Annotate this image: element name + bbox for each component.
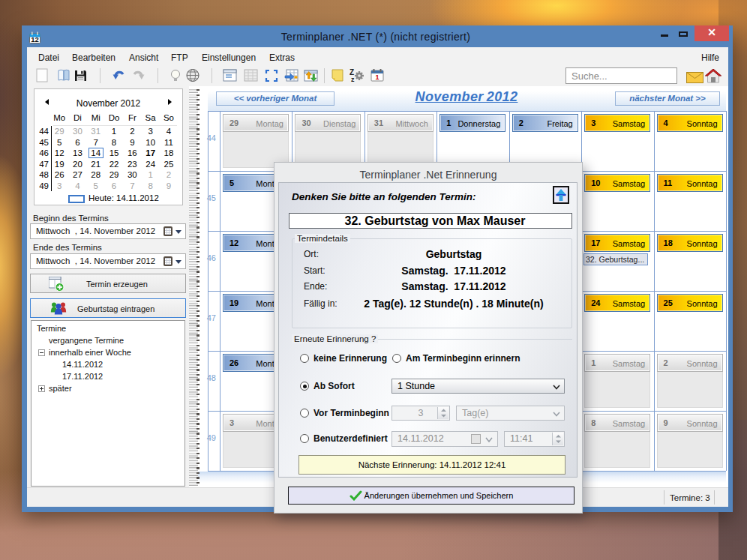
svg-text:12: 12	[31, 35, 39, 43]
svg-text:z: z	[351, 76, 355, 83]
svg-text:1: 1	[375, 73, 379, 81]
